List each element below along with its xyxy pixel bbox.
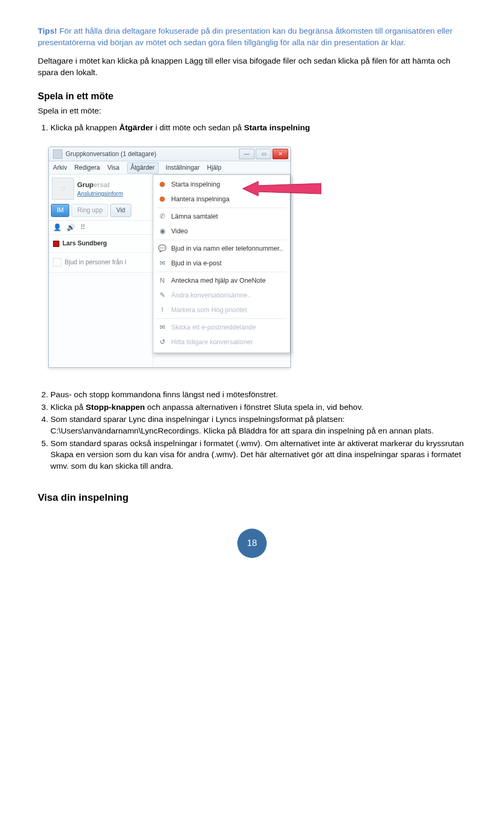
dd-prioritet: ! Markera som Hög prioritet bbox=[153, 303, 290, 317]
dd-label: Bjud in via namn eller telefonnummer.. bbox=[171, 244, 283, 254]
step-4: Som standard sparar Lync dina inspelning… bbox=[50, 414, 466, 436]
dd-lamna-samtalet[interactable]: ✆ Lämna samtalet bbox=[153, 209, 290, 224]
dd-bjud-epost[interactable]: ✉ Bjud in via e-post bbox=[153, 256, 290, 271]
menu-installningar[interactable]: Inställningar bbox=[166, 163, 200, 172]
step3-post: och anpassa alternativen i fönstret Slut… bbox=[145, 402, 363, 411]
screenshot-container: Gruppkonversation (1 deltagare) — ▭ ✕ Ar… bbox=[48, 147, 466, 368]
invite-icon bbox=[53, 258, 61, 266]
dd-label: Skicka ett e-postmeddelande bbox=[171, 323, 256, 333]
left-bottom-area bbox=[49, 272, 153, 367]
people-icon[interactable]: 👤 bbox=[53, 223, 61, 232]
tool-row: 👤 🔊 ⠿ bbox=[49, 220, 153, 235]
dd-hitta-tidigare: ↺ Hitta tidigare konversationer bbox=[153, 335, 290, 349]
step-2: Paus- och stopp kommandona finns längst … bbox=[50, 389, 466, 400]
close-button[interactable]: ✕ bbox=[272, 149, 288, 159]
sub-heading: Visa din inspelning bbox=[38, 491, 466, 505]
svg-marker-0 bbox=[243, 181, 321, 196]
profile-row: ◌ Grupersat Anslutningsinform bbox=[49, 174, 153, 202]
profile-name-suffix: ersat bbox=[93, 181, 110, 189]
step1-bold2: Starta inspelning bbox=[244, 123, 310, 132]
status-busy-icon bbox=[53, 241, 59, 247]
titlebar: Gruppkonversation (1 deltagare) — ▭ ✕ bbox=[49, 147, 290, 161]
dd-onenote[interactable]: N Anteckna med hjälp av OneNote bbox=[153, 273, 290, 288]
presence-row: Lars Sundberg bbox=[49, 235, 153, 253]
dd-andra-amne: ✎ Ändra konversationsämne.. bbox=[153, 288, 290, 303]
phone-icon: ✆ bbox=[158, 212, 167, 221]
mail-icon: ✉ bbox=[158, 259, 167, 268]
profile-name: Grupersat bbox=[77, 180, 123, 190]
step3-pre: Klicka på bbox=[50, 402, 86, 411]
invite-text: Bjud in personer från l bbox=[65, 258, 126, 267]
dd-label: Video bbox=[171, 227, 188, 236]
tab-ringupp[interactable]: Ring upp bbox=[71, 204, 108, 217]
presence-name: Lars Sundberg bbox=[62, 239, 107, 248]
dialpad-icon[interactable]: ⠿ bbox=[80, 223, 86, 232]
chat-icon: 💬 bbox=[158, 244, 167, 253]
window-title: Gruppkonversation (1 deltagare) bbox=[66, 150, 239, 159]
dd-starta-inspelning[interactable]: Starta inspelning bbox=[153, 177, 290, 192]
tab-im[interactable]: IM bbox=[51, 204, 69, 217]
dd-video[interactable]: ◉ Video bbox=[153, 224, 290, 239]
dd-bjud-namn[interactable]: 💬 Bjud in via namn eller telefonnummer.. bbox=[153, 241, 290, 256]
window-buttons: — ▭ ✕ bbox=[239, 149, 288, 159]
tips-paragraph: Tips! För att hålla dina deltagare fokus… bbox=[38, 25, 466, 48]
dd-epost-meddelande: ✉ Skicka ett e-postmeddelande bbox=[153, 320, 290, 335]
mail-icon: ✉ bbox=[158, 323, 167, 332]
profile-name-start: Grup bbox=[77, 181, 93, 189]
section-heading: Spela in ett möte bbox=[38, 90, 466, 103]
menu-atgarder[interactable]: Åtgärder bbox=[127, 162, 159, 173]
step-1: Klicka på knappen Åtgärder i ditt möte o… bbox=[50, 122, 466, 133]
tab-row: IM Ring upp Vid bbox=[49, 202, 153, 220]
dd-label: Anteckna med hjälp av OneNote bbox=[171, 276, 266, 286]
window-body: ◌ Grupersat Anslutningsinform IM Ring up… bbox=[49, 174, 290, 367]
dd-separator bbox=[156, 208, 287, 208]
webcam-icon: ◉ bbox=[158, 226, 167, 236]
minimize-button[interactable]: — bbox=[239, 149, 255, 159]
dd-label: Lämna samtalet bbox=[171, 212, 218, 222]
record-icon bbox=[158, 180, 167, 189]
page-number-badge: 18 bbox=[237, 529, 267, 558]
menubar: Arkiv Redigera Visa Åtgärder Inställning… bbox=[49, 161, 290, 174]
onenote-icon: N bbox=[158, 276, 167, 285]
step3-bold: Stopp-knappen bbox=[86, 402, 145, 411]
dd-label: Hitta tidigare konversationer bbox=[171, 338, 253, 347]
step-3: Klicka på Stopp-knappen och anpassa alte… bbox=[50, 401, 466, 413]
ordered-list-1: Klicka på knappen Åtgärder i ditt möte o… bbox=[50, 122, 466, 133]
dd-label: Markera som Hög prioritet bbox=[171, 306, 247, 315]
dd-separator bbox=[156, 272, 287, 272]
maximize-button[interactable]: ▭ bbox=[256, 149, 271, 159]
menu-hjalp[interactable]: Hjälp bbox=[207, 163, 221, 172]
profile-text: Grupersat Anslutningsinform bbox=[77, 180, 123, 198]
paragraph-2: Deltagare i mötet kan klicka på knappen … bbox=[38, 55, 466, 78]
step1-pre: Klicka på knappen bbox=[50, 123, 119, 132]
dd-label: Starta inspelning bbox=[171, 180, 220, 190]
rename-icon: ✎ bbox=[158, 291, 167, 300]
tips-label: Tips! bbox=[38, 26, 57, 35]
menu-redigera[interactable]: Redigera bbox=[75, 163, 100, 172]
menu-arkiv[interactable]: Arkiv bbox=[53, 163, 67, 172]
tab-video[interactable]: Vid bbox=[110, 204, 131, 217]
actions-dropdown: Starta inspelning Hantera inspelninga ✆ … bbox=[153, 174, 290, 353]
ordered-list-2: Paus- och stopp kommandona finns längst … bbox=[50, 389, 466, 472]
app-icon bbox=[53, 149, 62, 159]
step1-mid: i ditt möte och sedan på bbox=[153, 123, 244, 132]
avatar: ◌ bbox=[52, 178, 74, 200]
section-intro: Spela in ett möte: bbox=[38, 105, 466, 117]
record-icon bbox=[158, 194, 167, 204]
history-icon: ↺ bbox=[158, 337, 167, 347]
step1-bold1: Åtgärder bbox=[119, 123, 153, 132]
step-5: Som standard sparas också inspelningar i… bbox=[50, 438, 466, 472]
lync-window: Gruppkonversation (1 deltagare) — ▭ ✕ Ar… bbox=[48, 147, 291, 368]
connection-link[interactable]: Anslutningsinform bbox=[77, 190, 123, 198]
invite-row[interactable]: Bjud in personer från l bbox=[49, 253, 153, 272]
dd-label: Hantera inspelninga bbox=[171, 195, 229, 204]
menu-visa[interactable]: Visa bbox=[107, 163, 119, 172]
audio-icon[interactable]: 🔊 bbox=[67, 223, 75, 232]
dd-separator bbox=[156, 240, 287, 240]
left-column: ◌ Grupersat Anslutningsinform IM Ring up… bbox=[49, 174, 153, 367]
dd-separator bbox=[156, 318, 287, 319]
priority-icon: ! bbox=[158, 305, 167, 315]
tips-text: För att hålla dina deltagare fokuserade … bbox=[38, 26, 453, 47]
dd-label: Bjud in via e-post bbox=[171, 259, 222, 269]
dd-label: Ändra konversationsämne.. bbox=[171, 291, 251, 301]
